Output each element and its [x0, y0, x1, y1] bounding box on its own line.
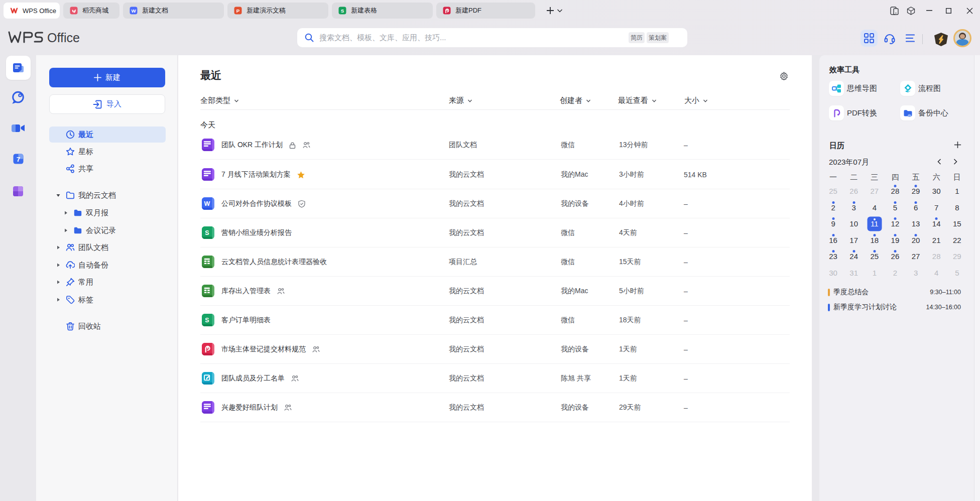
svg-text:W: W	[131, 8, 136, 14]
svg-text:S: S	[205, 317, 209, 324]
svg-text:S: S	[341, 8, 344, 14]
svg-text:W: W	[204, 200, 210, 207]
svg-text:7: 7	[16, 156, 20, 163]
svg-text:S: S	[205, 229, 209, 236]
svg-text:P: P	[236, 8, 240, 14]
svg-text:Office: Office	[47, 31, 80, 44]
